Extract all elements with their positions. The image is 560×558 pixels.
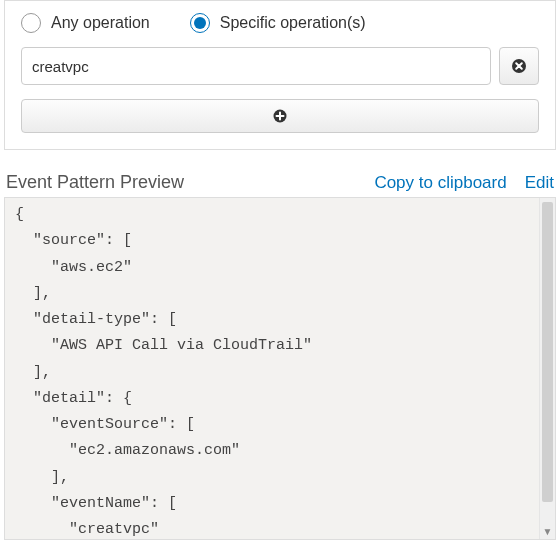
chevron-down-icon[interactable]: ▼ xyxy=(540,523,555,539)
copy-to-clipboard-link[interactable]: Copy to clipboard xyxy=(374,173,506,193)
event-pattern-code[interactable]: { "source": [ "aws.ec2" ], "detail-type"… xyxy=(5,198,555,539)
operation-name-input[interactable] xyxy=(21,47,491,85)
operation-selector-panel: Any operation Specific operation(s) xyxy=(4,0,556,150)
edit-link[interactable]: Edit xyxy=(525,173,554,193)
event-pattern-preview-section: Event Pattern Preview Copy to clipboard … xyxy=(0,172,560,540)
radio-icon xyxy=(190,13,210,33)
radio-icon xyxy=(21,13,41,33)
event-pattern-code-area: { "source": [ "aws.ec2" ], "detail-type"… xyxy=(4,197,556,540)
scrollbar[interactable]: ▼ xyxy=(539,198,555,539)
plus-icon xyxy=(273,109,287,123)
radio-any-operation[interactable]: Any operation xyxy=(21,13,150,33)
preview-action-links: Copy to clipboard Edit xyxy=(374,173,554,193)
preview-title: Event Pattern Preview xyxy=(6,172,184,193)
scrollbar-thumb[interactable] xyxy=(542,202,553,502)
clear-icon xyxy=(511,58,527,74)
add-operation-button[interactable] xyxy=(21,99,539,133)
operation-radio-group: Any operation Specific operation(s) xyxy=(21,13,539,33)
operation-input-row xyxy=(21,47,539,85)
radio-specific-operation[interactable]: Specific operation(s) xyxy=(190,13,366,33)
radio-any-label: Any operation xyxy=(51,14,150,32)
clear-operation-button[interactable] xyxy=(499,47,539,85)
radio-specific-label: Specific operation(s) xyxy=(220,14,366,32)
preview-header: Event Pattern Preview Copy to clipboard … xyxy=(4,172,556,197)
